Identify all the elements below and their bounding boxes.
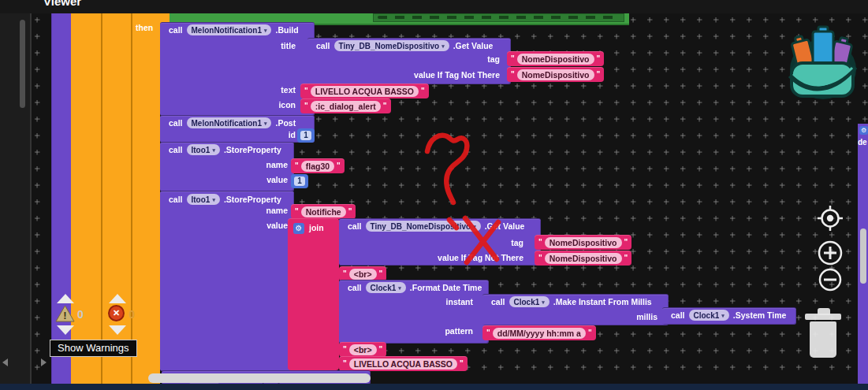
param-id: id bbox=[266, 129, 296, 141]
call-keyword: call bbox=[169, 195, 183, 204]
blocks-workspace[interactable]: then call MelonNotification1▾ .Build tit… bbox=[30, 13, 868, 384]
text-block-br[interactable]: "<br>" bbox=[339, 342, 386, 357]
number-block-1[interactable]: 1 bbox=[291, 174, 308, 188]
chevron-down-icon: ▾ bbox=[264, 28, 267, 33]
number-value: 1 bbox=[300, 131, 311, 140]
flyout-scroll-left-arrow[interactable] bbox=[2, 358, 8, 366]
clipped-label: de bbox=[858, 136, 867, 148]
close-quote: " bbox=[597, 55, 601, 63]
center-view-icon[interactable] bbox=[818, 206, 843, 231]
blocks-editor: then call MelonNotification1▾ .Build tit… bbox=[0, 0, 868, 390]
call-keyword: call bbox=[169, 145, 183, 154]
method-label: .Build bbox=[275, 25, 298, 35]
text-value: <br> bbox=[349, 269, 377, 280]
vertical-scrollbar[interactable] bbox=[860, 228, 866, 284]
component-dropdown[interactable]: Itoo1▾ bbox=[187, 194, 220, 205]
then-label: then bbox=[136, 22, 153, 34]
mutator-gear-icon: ⚙ bbox=[859, 126, 868, 135]
error-down-arrow[interactable] bbox=[109, 325, 126, 335]
mutator-gear-icon[interactable]: ⚙ bbox=[293, 223, 304, 234]
trash-icon[interactable] bbox=[805, 308, 841, 358]
block-itoo-storeproperty-2[interactable] bbox=[160, 191, 294, 371]
param-title: title bbox=[259, 40, 296, 52]
block-systemtime-header: call Clock1▾ .System Time bbox=[671, 309, 786, 321]
text-value: NomeDispositivo bbox=[545, 237, 622, 248]
text-value: LIVELLO ACQUA BASSO bbox=[349, 358, 457, 370]
chevron-down-icon: ▾ bbox=[212, 197, 215, 202]
text-value: NomeDispositivo bbox=[517, 54, 594, 65]
chevron-down-icon: ▾ bbox=[721, 313, 725, 318]
text-block-nomedispositivo[interactable]: "NomeDispositivo" bbox=[535, 235, 631, 250]
call-keyword: call bbox=[169, 25, 183, 35]
error-icon[interactable]: ✕ bbox=[108, 305, 125, 321]
call-keyword: call bbox=[491, 297, 505, 306]
palette-scrollbar[interactable] bbox=[20, 20, 25, 108]
method-label: .System Time bbox=[733, 310, 787, 320]
flyout-scroll-right-arrow[interactable] bbox=[41, 358, 47, 366]
trash-lid bbox=[805, 314, 841, 320]
warning-count: 0 bbox=[77, 308, 84, 321]
text-block-date-pattern[interactable]: "dd/MM/yyyy hh:mm a" bbox=[482, 325, 596, 340]
zoom-controls bbox=[808, 204, 852, 294]
param-instant: instant bbox=[421, 296, 473, 308]
param-text: text bbox=[259, 84, 296, 96]
trash-body bbox=[810, 321, 836, 358]
param-pattern: pattern bbox=[421, 325, 473, 337]
text-value: LIVELLO ACQUA BASSO bbox=[311, 86, 419, 97]
green-inset bbox=[373, 13, 624, 22]
viewer-header: Viewer bbox=[0, 0, 868, 13]
horizontal-scrollbar[interactable] bbox=[148, 373, 371, 383]
warning-icon[interactable]: ! bbox=[55, 305, 75, 322]
error-up-arrow[interactable] bbox=[109, 294, 126, 303]
warning-up-arrow[interactable] bbox=[57, 294, 74, 303]
bottom-bar bbox=[0, 384, 868, 390]
text-block-nomedispositivo[interactable]: "NomeDispositivo" bbox=[507, 51, 604, 66]
text-block-nomedispositivo[interactable]: "NomeDispositivo" bbox=[535, 251, 631, 266]
chevron-down-icon: ▾ bbox=[441, 43, 445, 49]
block-store1-header: call Itoo1▾ .StoreProperty bbox=[169, 143, 281, 156]
block-store2-header: call Itoo1▾ .StoreProperty bbox=[169, 193, 281, 206]
number-value: 1 bbox=[294, 176, 305, 186]
component-dropdown[interactable]: MelonNotification1▾ bbox=[187, 117, 272, 128]
component-dropdown[interactable]: Clock1▾ bbox=[509, 296, 549, 307]
method-label: .StoreProperty bbox=[224, 145, 281, 154]
param-value: value bbox=[253, 220, 288, 232]
backpack-icon[interactable] bbox=[787, 24, 858, 99]
text-block-nomedispositivo[interactable]: "NomeDispositivo" bbox=[507, 67, 604, 82]
red-annotation bbox=[400, 124, 542, 289]
component-dropdown[interactable]: Clock1▾ bbox=[689, 310, 729, 321]
text-value: flag30 bbox=[301, 161, 334, 172]
text-block-flag30[interactable]: "flag30" bbox=[291, 158, 345, 173]
join-label: join bbox=[309, 222, 324, 234]
component-dropdown[interactable]: Tiny_DB_NomeDispositivo▾ bbox=[334, 40, 449, 51]
block-join[interactable] bbox=[288, 218, 339, 370]
column-divider bbox=[101, 13, 102, 384]
call-keyword: call bbox=[348, 221, 362, 231]
number-block-1[interactable]: 1 bbox=[297, 128, 315, 143]
component-dropdown[interactable]: MelonNotification1▾ bbox=[187, 24, 272, 35]
text-block-icon-resource[interactable]: ":ic_dialog_alert" bbox=[300, 98, 391, 113]
call-keyword: call bbox=[348, 283, 362, 292]
text-value: NomeDispositivo bbox=[545, 253, 622, 264]
param-value: value bbox=[253, 174, 288, 186]
text-block-notifiche[interactable]: "Notifiche" bbox=[291, 204, 356, 219]
zoom-out-icon[interactable] bbox=[820, 269, 840, 290]
method-label: .Get Value bbox=[453, 41, 494, 50]
component-dropdown[interactable]: Itoo1▾ bbox=[187, 144, 220, 155]
chevron-down-icon: ▾ bbox=[542, 299, 545, 305]
method-label: .Make Instant From Millis bbox=[553, 297, 652, 306]
param-name: name bbox=[253, 159, 288, 171]
text-block-livello[interactable]: "LIVELLO ACQUA BASSO" bbox=[339, 356, 468, 371]
green-inset-dashes bbox=[378, 16, 618, 19]
warning-down-arrow[interactable] bbox=[57, 325, 74, 335]
text-value: Notifiche bbox=[301, 206, 346, 217]
svg-text:!: ! bbox=[63, 310, 66, 321]
show-warnings-button[interactable]: Show Warnings bbox=[50, 340, 137, 357]
viewer-title: Viewer bbox=[43, 0, 81, 8]
error-count: 0 bbox=[129, 308, 135, 321]
param-icon: icon bbox=[259, 99, 296, 111]
text-block-livello[interactable]: "LIVELLO ACQUA BASSO" bbox=[300, 84, 429, 98]
zoom-in-icon[interactable] bbox=[819, 242, 841, 264]
text-value: dd/MM/yyyy hh:mm a bbox=[493, 328, 586, 339]
chevron-down-icon: ▾ bbox=[264, 121, 267, 126]
